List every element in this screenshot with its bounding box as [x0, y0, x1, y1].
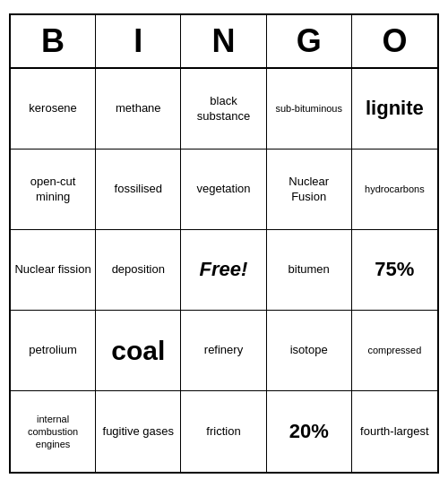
bingo-cell-1: methane: [96, 69, 181, 150]
bingo-card: BINGO kerosenemethaneblack substancesub-…: [9, 13, 439, 474]
bingo-cell-14: 75%: [352, 230, 437, 311]
bingo-cell-17: refinery: [181, 311, 266, 391]
bingo-cell-15: petrolium: [11, 311, 96, 391]
bingo-cell-0: kerosene: [11, 69, 96, 150]
bingo-cell-24: fourth-largest: [352, 391, 437, 472]
bingo-cell-3: sub-bituminous: [267, 69, 352, 150]
header-letter-g: G: [267, 15, 352, 67]
bingo-cell-13: bitumen: [267, 230, 352, 311]
bingo-cell-22: friction: [181, 391, 266, 472]
header-letter-b: B: [11, 15, 96, 67]
bingo-cell-7: vegetation: [181, 150, 266, 230]
bingo-cell-18: isotope: [267, 311, 352, 391]
bingo-cell-9: hydrocarbons: [352, 150, 437, 230]
bingo-cell-20: internal combustion engines: [11, 391, 96, 472]
header-letter-i: I: [96, 15, 181, 67]
bingo-cell-2: black substance: [181, 69, 266, 150]
bingo-cell-23: 20%: [267, 391, 352, 472]
bingo-cell-12: Free!: [181, 230, 266, 311]
bingo-cell-4: lignite: [352, 69, 437, 150]
header-letter-o: O: [352, 15, 437, 67]
bingo-cell-8: Nuclear Fusion: [267, 150, 352, 230]
header-letter-n: N: [181, 15, 266, 67]
bingo-cell-5: open-cut mining: [11, 150, 96, 230]
bingo-cell-16: coal: [96, 311, 181, 391]
bingo-cell-19: compressed: [352, 311, 437, 391]
bingo-header: BINGO: [11, 15, 437, 69]
bingo-cell-6: fossilised: [96, 150, 181, 230]
bingo-cell-21: fugitive gases: [96, 391, 181, 472]
bingo-cell-11: deposition: [96, 230, 181, 311]
bingo-cell-10: Nuclear fission: [11, 230, 96, 311]
bingo-grid: kerosenemethaneblack substancesub-bitumi…: [11, 69, 437, 472]
